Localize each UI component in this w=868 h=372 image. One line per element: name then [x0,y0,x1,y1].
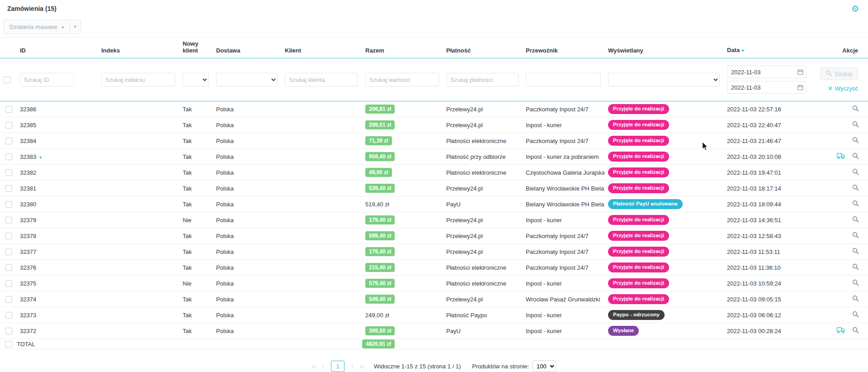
table-row: 32385▾ Tak Polska 299,01 zł Przelewy24.p… [0,117,868,133]
col-header-data[interactable]: Data▾ [723,38,821,58]
search-payment-input[interactable] [446,73,519,86]
next-page-button[interactable]: › [351,362,354,370]
per-page-label: Produktów na stronie: [472,363,529,370]
truck-icon[interactable] [837,327,845,335]
zoom-icon[interactable] [852,105,859,113]
date-to-input[interactable] [727,81,807,94]
order-date: 2022-11-03 18:17:14 [723,181,821,196]
zoom-icon[interactable] [852,216,859,224]
col-header-id: ID [16,38,98,58]
row-checkbox[interactable] [5,296,12,303]
search-client-input[interactable] [285,73,358,86]
order-delivery: Polska [212,101,281,117]
order-carrier: Bielany Wrocławskie PH Bielany [522,196,604,212]
bulk-actions-caret-segment[interactable]: ▾ [70,20,80,33]
order-delivery: Polska [212,196,281,212]
zoom-icon[interactable] [852,311,859,319]
order-date: 2022-11-03 09:05:15 [723,291,821,307]
order-date: 2022-11-03 20:10:08 [723,149,821,165]
order-date: 2022-11-03 10:59:24 [723,276,821,291]
zoom-icon[interactable] [852,327,859,335]
first-page-button[interactable]: « [312,362,316,370]
zoom-icon[interactable] [852,263,859,272]
zoom-icon[interactable] [852,137,859,145]
row-checkbox[interactable] [5,264,12,271]
row-checkbox[interactable] [5,217,12,224]
order-id: 32384 [20,138,36,144]
zoom-icon[interactable] [852,232,859,240]
order-client [281,181,362,196]
delivery-select[interactable] [216,73,278,86]
order-client [281,117,362,133]
order-status-badge: Przyjęte do realizacji [608,152,669,162]
zoom-icon[interactable] [852,295,859,303]
zoom-icon[interactable] [852,279,859,287]
clear-filters-button[interactable]: ✕ Wyczyść [828,85,858,92]
row-checkbox[interactable] [5,138,12,144]
row-checkbox[interactable] [5,280,12,287]
calendar-icon[interactable] [797,85,803,91]
order-actions [821,323,868,339]
order-id: 32383 [20,153,36,160]
calendar-icon[interactable] [797,69,803,75]
search-index-input[interactable] [101,73,175,86]
order-status-badge: Przyjęte do realizacji [608,104,669,114]
order-carrier: Inpost - kurier [522,323,604,339]
page-title: Zamówienia (15) [7,5,57,12]
row-checkbox[interactable] [5,169,12,176]
table-row: 32377▾ Tak Polska 179,40 zł Przelewy24.p… [0,244,868,260]
last-page-button[interactable]: » [360,362,363,370]
truck-icon[interactable] [837,153,845,161]
select-all-checkbox[interactable] [4,76,10,83]
order-total: 179,40 zł [365,247,395,256]
bulk-actions-button[interactable]: Działania masowe ▴ ▾ [4,19,81,34]
clear-x-icon: ✕ [828,85,833,92]
new-client-select[interactable] [183,73,209,86]
row-checkbox[interactable] [5,122,12,129]
search-button[interactable]: Szukaj [820,67,858,80]
table-row: 32380▾ Tak Polska 519,40 zł PayU Bielany… [0,196,868,212]
order-total: 179,40 zł [365,215,395,224]
search-value-input[interactable] [365,73,439,86]
per-page-select[interactable]: 100 [533,360,556,372]
row-checkbox[interactable] [5,312,12,319]
order-total: 299,01 zł [365,120,395,129]
order-carrier: Paczkomaty Inpost 24/7 [522,260,604,276]
order-id: 32372 [20,328,36,334]
order-client [281,212,362,228]
row-checkbox[interactable] [5,248,12,255]
zoom-icon[interactable] [852,184,859,192]
status-select[interactable] [608,73,720,86]
row-expand-icon[interactable]: ▾ [39,155,42,160]
order-status-badge: Przyjęte do realizacji [608,294,669,304]
header-check-col [0,38,16,58]
sort-desc-icon[interactable]: ▾ [741,48,744,53]
row-checkbox[interactable] [5,106,12,113]
order-new-client: Tak [179,228,212,244]
total-row-checkbox[interactable] [5,341,12,348]
zoom-icon[interactable] [852,121,859,129]
row-checkbox[interactable] [5,201,12,208]
order-actions [821,117,868,133]
date-from-input[interactable] [727,66,807,78]
table-header-row: ID Indeks Nowy klient Dostawa Klient Raz… [0,38,868,58]
zoom-icon[interactable] [852,200,859,208]
current-page-button[interactable]: 1 [331,361,344,372]
row-checkbox[interactable] [5,153,12,160]
zoom-icon[interactable] [852,168,859,176]
order-carrier: Wrocław Pasaż Grunwaldzki [522,291,604,307]
zoom-icon[interactable] [852,153,859,161]
row-checkbox[interactable] [5,233,12,239]
order-carrier: Inpost - kurier [522,117,604,133]
prev-page-button[interactable]: ‹ [322,362,325,370]
row-checkbox[interactable] [5,185,12,192]
order-payment: Przelewy24.pl [443,181,522,196]
gear-icon[interactable]: ⚙ [851,5,859,13]
order-delivery: Polska [212,117,281,133]
zoom-icon[interactable] [852,248,859,256]
order-status-badge: Paypo - odrzucony [608,310,665,320]
order-actions [821,212,868,228]
search-id-input[interactable] [20,73,74,86]
row-checkbox[interactable] [5,328,12,334]
search-carrier-input[interactable] [526,73,601,86]
